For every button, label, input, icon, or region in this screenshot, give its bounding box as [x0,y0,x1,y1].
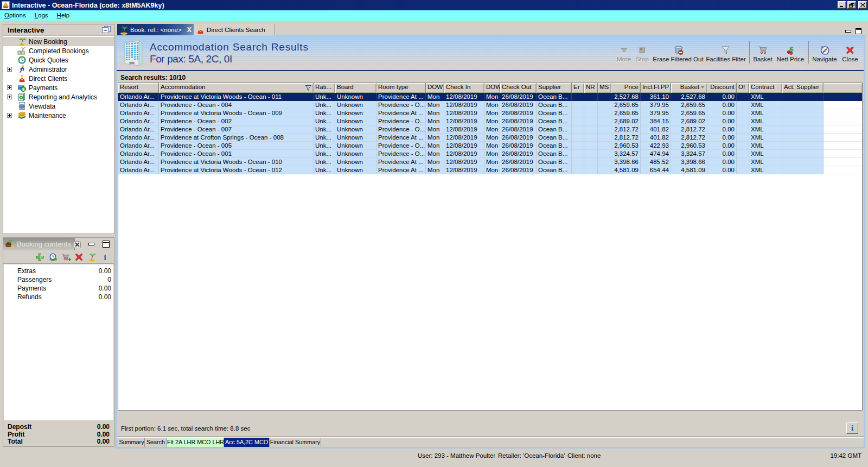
column-header-contract[interactable]: Contract [749,83,782,93]
table-row[interactable]: Orlando Ar...Providence - Ocean - 004Unk… [118,101,862,109]
menu-item-logs[interactable]: Logs [31,11,53,20]
column-header-incl_fl_pp[interactable]: Incl.Fl.PP [641,83,671,93]
table-row[interactable]: Orlando Ar...Providence - Ocean - 002Unk… [118,117,862,125]
table-row[interactable]: Orlando Ar...Providence - Ocean - 007Unk… [118,125,862,134]
menu-item-options[interactable]: Options [1,11,31,20]
cell-accommodation: Providence at Victoria Woods - Ocean - 0… [159,158,314,166]
column-header-check_out[interactable]: Check Out [500,83,537,93]
column-header-board[interactable]: Board [335,83,376,93]
booking-contents-close-icon[interactable] [74,241,81,248]
nett-price-button[interactable]: $Nett Price [777,45,805,62]
cell-filler [824,134,862,142]
cell-ms [598,93,611,101]
filter-funnel-icon[interactable] [305,85,311,92]
column-header-price[interactable]: Price [611,83,641,93]
restore-button[interactable] [847,1,856,9]
column-header-of[interactable]: Of [737,83,749,93]
info-button[interactable]: i [846,422,858,434]
cart-transfer-icon[interactable] [61,253,71,262]
cell-accommodation: Providence - Ocean - 004 [159,101,314,109]
bottom-tab-acc-5a-2c-mco[interactable]: Acc 5A,2C MCO [224,438,270,447]
cell-of [737,109,749,117]
expand-plus-icon[interactable] [7,113,12,118]
column-header-ms[interactable]: MS [598,83,611,93]
info-icon[interactable]: i [100,253,110,262]
sidebar-item-administrator[interactable]: Administrator [3,65,114,74]
booking-contents-row-payments[interactable]: Payments0.00 [4,284,113,293]
booking-minimize-icon[interactable] [88,240,95,250]
booking-maximize-icon[interactable] [102,240,110,250]
sidebar-item-payments[interactable]: $Payments [3,83,114,92]
document-tab-1[interactable]: Book. ref.: <none>X [117,24,194,35]
sidebar-item-completed-bookings[interactable]: Completed Bookings [3,46,114,55]
document-tab-2[interactable]: Direct Clients Search [194,24,275,35]
palm-tree-icon[interactable] [87,253,97,262]
sidebar-item-quick-quotes[interactable]: Quick Quotes [3,55,114,65]
cell-check_out: 26/08/2019 [500,93,537,101]
booking-contents-row-passengers[interactable]: Passengers0 [4,275,113,284]
refresh-clock-icon[interactable] [48,253,58,262]
column-header-check_in[interactable]: Check In [444,83,484,93]
expand-plus-icon[interactable] [7,85,12,90]
expand-plus-icon[interactable] [7,94,12,99]
tab-close-icon[interactable]: X [187,26,192,34]
sidebar-item-direct-clients[interactable]: Direct Clients [3,74,114,83]
table-row[interactable]: Orlando Ar...Providence at Crofton Sprin… [118,134,862,142]
cell-nr [584,125,598,134]
column-header-dow_out[interactable]: DOW [484,83,500,93]
facilities-filter-button[interactable]: Facilities Filter [706,45,745,62]
bottom-tab-financial-summary[interactable]: Financial Summary [270,438,321,447]
menu-item-help[interactable]: Help [53,11,75,20]
column-header-er[interactable]: Er [572,83,584,93]
close-button[interactable] [858,1,867,9]
sidebar-item-viewdata[interactable]: Viewdata [3,102,114,111]
column-header-label: Discount [710,84,735,90]
booking-contents-row-refunds[interactable]: Refunds0.00 [4,293,113,301]
collapse-panel-icon[interactable] [102,26,111,34]
column-header-room_type[interactable]: Room type [376,83,426,93]
bottom-tab-search[interactable]: Search [145,438,167,447]
table-row[interactable]: Orlando Ar...Providence at Victoria Wood… [118,109,862,117]
column-header-resort[interactable]: Resort [118,83,159,93]
cell-basket: 2,527.68 [671,93,707,101]
bottom-tab-summary[interactable]: Summary [119,438,145,447]
table-row[interactable]: Orlando Ar...Providence at Victoria Wood… [118,158,862,166]
results-header: Accommodation Search Results For pax: 5A… [117,35,864,71]
booking-contents-row-extras[interactable]: Extras0.00 [4,267,113,275]
cell-nr [584,93,598,101]
navigate-button[interactable]: Navigate [812,45,837,62]
sidebar-item-maintenance[interactable]: Maintenance [3,111,114,120]
column-header-act_supplier[interactable]: Act. Supplier [782,83,824,93]
bottom-tab-flt-2a-lhr-mco-lhr[interactable]: Flt 2A LHR MCO LHR [167,438,224,447]
cell-supplier: Ocean B... [537,101,572,109]
cell-price: 2,812.72 [611,125,641,134]
cell-basket: 3,398.66 [671,158,707,166]
table-row[interactable]: Orlando Ar...Providence - Ocean - 005Unk… [118,142,862,150]
erase-filtered-out-button[interactable]: Erase Filtered Out [653,45,703,62]
basket-button[interactable]: Basket [753,45,772,62]
booking-contents-title: Booking contents [17,240,71,248]
column-header-discount[interactable]: Discount [707,83,737,93]
table-row[interactable]: Orlando Ar...Providence - Ocean - 001Unk… [118,150,862,158]
column-header-nr[interactable]: NR [584,83,598,93]
column-header-label: DOW [427,84,443,90]
column-header-dow_in[interactable]: DOW [426,83,444,93]
toolbar-button-label: Close [842,56,858,62]
column-header-basket[interactable]: Basket [671,83,707,93]
column-header-accommodation[interactable]: Accommodation [159,83,314,93]
sidebar-item-new-booking[interactable]: New Booking [3,37,114,46]
table-row[interactable]: Orlando Ar...Providence at Victoria Wood… [118,93,862,101]
booking-contents-tab[interactable]: Booking contents [3,238,75,250]
minimize-button[interactable] [838,1,846,9]
add-icon[interactable] [35,253,44,262]
navigate-icon [819,45,829,55]
delete-icon[interactable] [74,253,84,262]
column-header-supplier[interactable]: Supplier [537,83,572,93]
column-header-label: Er [573,84,580,90]
table-row[interactable]: Orlando Ar...Providence at Victoria Wood… [118,166,862,174]
sidebar-item-reporting-and-analytics[interactable]: Reporting and Analytics [3,92,114,102]
close-button[interactable]: Close [842,45,858,62]
cell-contract: XML [749,109,782,117]
column-header-rating[interactable]: Rati... [314,83,335,93]
expand-plus-icon[interactable] [7,67,12,72]
